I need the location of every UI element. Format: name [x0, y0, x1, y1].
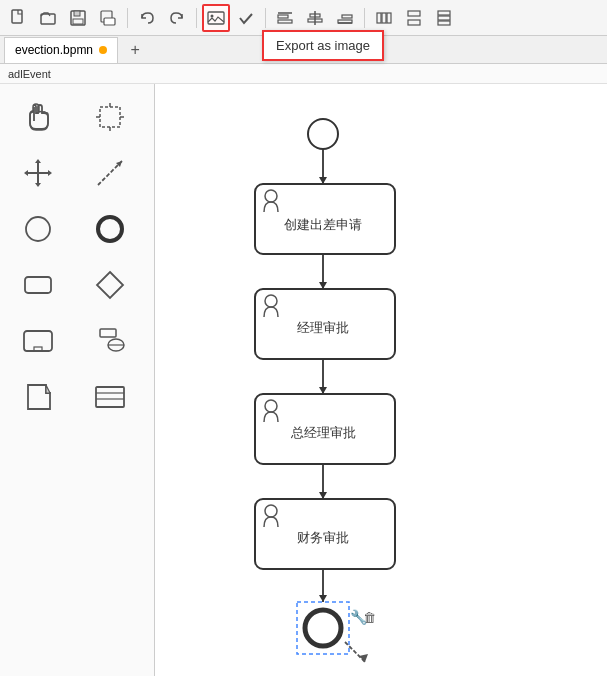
svg-point-33: [26, 217, 50, 241]
export-button[interactable]: [202, 4, 230, 32]
pool-button[interactable]: [80, 372, 140, 422]
svg-point-46: [308, 119, 338, 149]
task-button[interactable]: [8, 260, 68, 310]
svg-rect-26: [100, 107, 120, 127]
svg-rect-16: [342, 15, 352, 18]
file-tab[interactable]: evection.bpmn: [4, 37, 118, 63]
distrib3-button[interactable]: [430, 4, 458, 32]
start-event-button[interactable]: [8, 204, 68, 254]
svg-line-31: [98, 161, 122, 185]
svg-rect-11: [278, 20, 292, 23]
saveas-button[interactable]: [94, 4, 122, 32]
export-tooltip: Export as image: [262, 30, 384, 61]
main-area: 创建出差申请 经理审批 总经理审批 财务审批: [0, 84, 607, 676]
svg-marker-36: [97, 272, 123, 298]
svg-marker-48: [319, 177, 327, 184]
svg-point-34: [98, 217, 122, 241]
end-event-button[interactable]: [80, 204, 140, 254]
move-tool-button[interactable]: [8, 148, 68, 198]
connect-tool-button[interactable]: [80, 148, 140, 198]
sep3: [265, 8, 266, 28]
bpmn-canvas[interactable]: 创建出差申请 经理审批 总经理审批 财务审批: [155, 84, 607, 676]
check-button[interactable]: [232, 4, 260, 32]
gateway-button[interactable]: [80, 260, 140, 310]
svg-rect-19: [382, 13, 386, 23]
sep2: [196, 8, 197, 28]
sep4: [364, 8, 365, 28]
svg-rect-35: [25, 277, 51, 293]
hand-tool-button[interactable]: [8, 92, 68, 142]
tab-filename: evection.bpmn: [15, 43, 93, 57]
canvas-svg: 创建出差申请 经理审批 总经理审批 财务审批: [155, 84, 607, 676]
svg-text:总经理审批: 总经理审批: [290, 425, 356, 440]
new-button[interactable]: [4, 4, 32, 32]
svg-marker-63: [319, 492, 327, 499]
align-left-button[interactable]: [271, 4, 299, 32]
open-button[interactable]: [34, 4, 62, 32]
svg-text:财务审批: 财务审批: [297, 530, 349, 545]
svg-point-8: [211, 14, 214, 17]
subprocess-button[interactable]: [8, 316, 68, 366]
note-button[interactable]: [8, 372, 68, 422]
svg-rect-3: [74, 11, 80, 16]
svg-rect-6: [104, 18, 115, 25]
align-right-button[interactable]: [331, 4, 359, 32]
svg-marker-32: [116, 161, 122, 167]
breadcrumb: adlEvent: [0, 64, 607, 84]
toolbar: Export as image: [0, 0, 607, 36]
svg-rect-17: [338, 20, 352, 23]
svg-rect-22: [408, 20, 420, 25]
save-button[interactable]: [64, 4, 92, 32]
svg-rect-0: [12, 10, 22, 23]
select-tool-button[interactable]: [80, 92, 140, 142]
svg-rect-21: [408, 11, 420, 16]
svg-rect-7: [208, 12, 224, 24]
svg-marker-68: [319, 595, 327, 602]
svg-rect-18: [377, 13, 381, 23]
svg-marker-58: [319, 387, 327, 394]
svg-rect-23: [438, 11, 450, 15]
svg-rect-4: [73, 19, 83, 24]
svg-rect-40: [100, 329, 116, 337]
redo-button[interactable]: [163, 4, 191, 32]
distrib1-button[interactable]: [370, 4, 398, 32]
svg-marker-53: [319, 282, 327, 289]
svg-rect-10: [278, 15, 288, 18]
tab-modified-indicator: [99, 46, 107, 54]
svg-rect-38: [34, 347, 42, 351]
undo-button[interactable]: [133, 4, 161, 32]
svg-rect-1: [41, 14, 55, 24]
svg-point-41: [108, 339, 124, 351]
svg-rect-43: [96, 387, 124, 407]
svg-text:🗑: 🗑: [363, 610, 376, 625]
svg-text:创建出差申请: 创建出差申请: [284, 217, 362, 232]
svg-rect-20: [387, 13, 391, 23]
svg-rect-37: [24, 331, 52, 351]
distrib2-button[interactable]: [400, 4, 428, 32]
svg-point-70: [305, 610, 341, 646]
breadcrumb-text: adlEvent: [8, 68, 51, 80]
add-tab-button[interactable]: +: [122, 37, 148, 63]
sep1: [127, 8, 128, 28]
data-object-button[interactable]: [80, 316, 140, 366]
svg-rect-24: [438, 16, 450, 20]
align-center-button[interactable]: [301, 4, 329, 32]
shape-palette: [0, 84, 155, 676]
svg-text:经理审批: 经理审批: [297, 320, 349, 335]
svg-rect-25: [438, 21, 450, 25]
